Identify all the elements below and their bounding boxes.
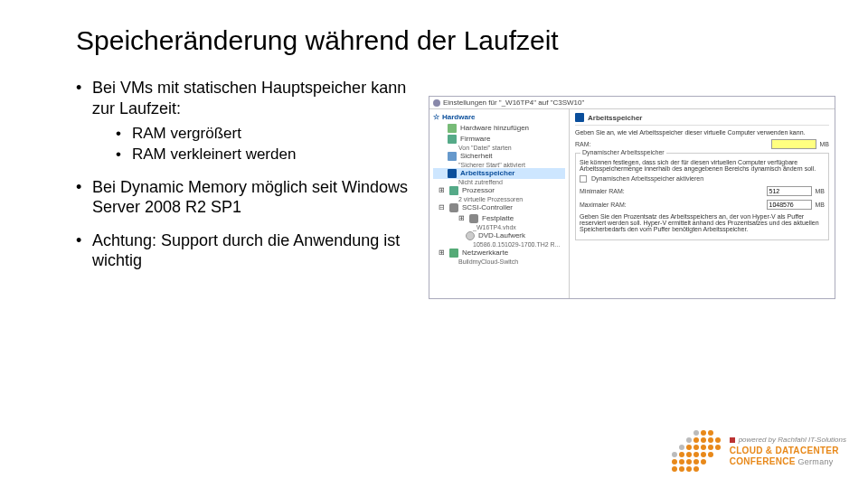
bullet-1-text: Bei VMs mit statischen Hauptspeicher kan… [92,79,406,117]
net-icon [449,249,458,258]
dialog-title-text: Einstellungen für "_W16TP4" auf "C3SW10" [443,99,584,107]
tree-cpu-sub: 2 virtuelle Prozessoren [433,196,565,202]
content-desc: Geben Sie an, wie viel Arbeitsspeicher d… [575,129,829,136]
tree-add-hardware[interactable]: Hardware hinzufügen [433,123,565,134]
tree-dvd-sub: 10586.0.151029-1700.TH2 R... [433,241,565,248]
logo-line1: CLOUD & DATACENTER [730,446,846,456]
dialog-content: Arbeitsspeicher Geben Sie an, wie viel A… [570,109,835,298]
tree-hdd-sub: _W16TP4.vhdx [433,224,565,230]
hdd-icon [469,214,478,223]
tree-security-sub: "Sicherer Start" aktiviert [433,162,565,168]
tree-security[interactable]: Sicherheit [433,151,565,162]
logo-line3: Germany [797,457,833,466]
bullet-list: Bei VMs mit statischen Hauptspeicher kan… [76,78,420,271]
bullet-2: Bei Dynamic Memory möglich seit Windows … [76,177,420,218]
group-desc: Sie können festlegen, dass sich der für … [580,159,825,172]
scsi-icon [449,203,458,212]
gear-icon [433,99,440,107]
dialog-tree: ☆ Hardware Hardware hinzufügen Firmware … [429,109,570,298]
settings-dialog-screenshot: Einstellungen für "_W16TP4" auf "C3SW10"… [429,96,835,299]
tree-hardware-header: ☆ Hardware [433,111,565,123]
bullet-1: Bei VMs mit statischen Hauptspeicher kan… [76,78,420,164]
tree-memory-sub: Nicht zutreffend [433,179,565,185]
slide-title: Speicheränderung während der Laufzeit [76,25,868,56]
checkbox-label: Dynamischen Arbeitsspeicher aktivieren [591,175,703,182]
tree-hdd[interactable]: ⊞ Festplatte [433,213,565,224]
ram-unit: MB [820,141,830,147]
max-ram-unit: MB [816,202,826,208]
logo-dots-icon [672,430,721,472]
tree-net[interactable]: ⊞ Netzwerkkarte [433,248,565,258]
tree-memory[interactable]: Arbeitsspeicher [433,168,565,179]
memory-icon [575,113,584,122]
bullet-1-sub-2: RAM verkleinert werden [92,145,420,164]
chip-icon [448,135,457,144]
tree-scsi[interactable]: ⊟ SCSI-Controller [433,202,565,213]
min-ram-label: Minimaler RAM: [580,188,643,194]
ram-input[interactable] [771,139,816,149]
tree-cpu[interactable]: ⊞ Prozessor [433,185,565,196]
memory-icon [448,169,457,178]
bullet-1-sub-1: RAM vergrößert [92,124,420,143]
ram-label: RAM: [575,141,629,147]
logo-line2: CONFERENCE [730,456,796,466]
bullet-3: Achtung: Support durch die Anwendung ist… [76,230,420,271]
tree-firmware[interactable]: Firmware [433,134,565,145]
min-ram-input[interactable] [767,186,812,196]
buffer-desc: Geben Sie den Prozentsatz des Arbeitsspe… [580,213,825,232]
dialog-titlebar: Einstellungen für "_W16TP4" auf "C3SW10" [429,97,835,109]
tree-firmware-sub: Von "Datei" starten [433,145,565,151]
content-header: Arbeitsspeicher [575,113,829,126]
dynamic-memory-group: Dynamischer Arbeitsspeicher Sie können f… [575,153,829,240]
dvd-icon [466,231,475,240]
footer-logo: powered by Rachfahl IT-Solutions CLOUD &… [672,430,846,472]
group-label: Dynamischer Arbeitsspeicher [580,149,666,155]
tree-net-sub: BuildmyCloud-Switch [433,258,565,265]
powered-by-text: powered by Rachfahl IT-Solutions [730,436,846,444]
min-ram-unit: MB [816,188,826,194]
cpu-icon [449,186,458,195]
shield-icon [448,152,457,161]
max-ram-label: Maximaler RAM: [580,202,643,208]
max-ram-input[interactable] [767,200,812,210]
dynamic-memory-checkbox[interactable] [580,175,587,183]
red-square-icon [730,437,735,443]
add-icon [448,124,457,133]
tree-dvd[interactable]: DVD-Laufwerk [433,230,565,241]
